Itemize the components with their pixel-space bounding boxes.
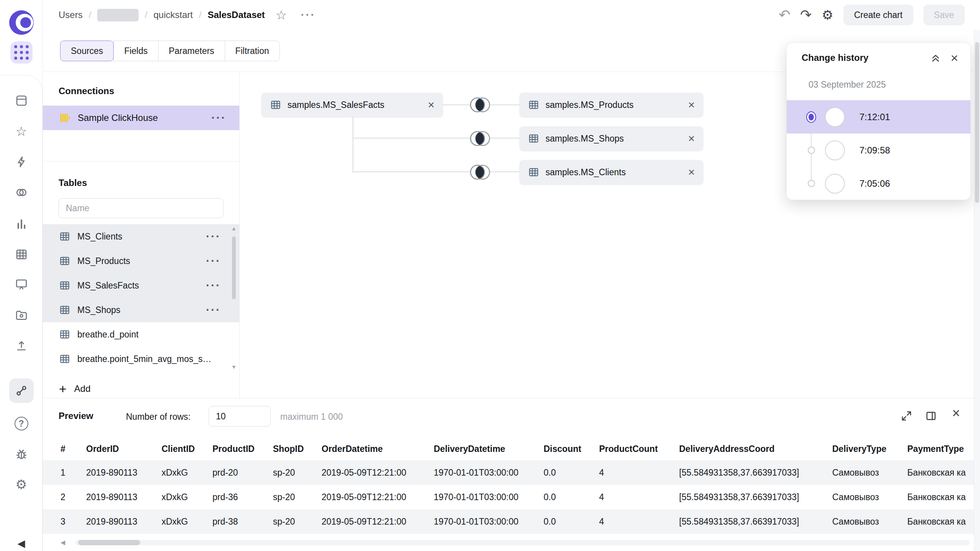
table-node[interactable]: samples.MS_Shops×: [519, 126, 703, 151]
collapse-all-icon[interactable]: [930, 52, 941, 64]
help-icon[interactable]: ?: [13, 415, 30, 432]
table-list-item[interactable]: MS_Clients···: [43, 224, 239, 249]
open-in-window-icon[interactable]: [925, 410, 937, 422]
gear-icon[interactable]: ⚙: [13, 476, 30, 493]
radio-icon[interactable]: [806, 145, 816, 155]
table-name: breathe.point_5min_avg_mos_s…: [77, 354, 211, 364]
expand-icon[interactable]: [900, 410, 913, 422]
table-list-item[interactable]: breathe.point_5min_avg_mos_s…: [43, 347, 239, 371]
history-time: 7:05:06: [859, 178, 890, 189]
collapse-rail-icon[interactable]: ◀: [13, 535, 30, 551]
create-chart-button[interactable]: Create chart: [843, 5, 913, 25]
upload-icon[interactable]: [13, 337, 30, 354]
lightning-icon[interactable]: [13, 153, 30, 170]
close-icon[interactable]: ×: [952, 407, 960, 419]
table-list-item[interactable]: MS_Shops···: [43, 298, 239, 322]
scroll-left-icon[interactable]: ◀: [60, 540, 65, 546]
join-connector-line: [353, 117, 353, 173]
more-options-icon[interactable]: ···: [301, 9, 315, 21]
more-icon[interactable]: ···: [206, 279, 221, 292]
cell: sp-20: [273, 485, 322, 509]
cell: sp-20: [273, 509, 322, 534]
connection-item[interactable]: Sample ClickHouse ···: [43, 106, 239, 130]
tables-scrollbar[interactable]: ▲ ▼: [231, 226, 237, 370]
cell: xDxkG: [162, 460, 212, 485]
table-icon: [59, 329, 70, 340]
more-icon[interactable]: ···: [206, 303, 221, 316]
root-table-node[interactable]: samples.MS_SalesFacts ×: [261, 93, 443, 117]
collections-icon[interactable]: [13, 92, 30, 109]
history-avatar: [825, 107, 845, 127]
tab-sources[interactable]: Sources: [60, 41, 114, 61]
add-table-button[interactable]: + Add: [59, 378, 91, 399]
apps-grid-icon[interactable]: [10, 41, 33, 64]
close-icon[interactable]: ×: [428, 98, 434, 111]
tab-filtration[interactable]: Filtration: [225, 41, 280, 61]
scroll-up-icon[interactable]: ▲: [231, 226, 237, 231]
more-icon[interactable]: ···: [211, 111, 226, 124]
max-hint: maximum 1 000: [280, 412, 343, 422]
scrollbar-thumb[interactable]: [975, 42, 979, 203]
column-header: ShopID: [273, 438, 322, 460]
close-icon[interactable]: ×: [688, 98, 695, 111]
cell: 4: [599, 460, 679, 485]
close-icon[interactable]: ×: [688, 132, 695, 145]
scrollbar-thumb[interactable]: [232, 236, 236, 299]
table-icon: [528, 99, 539, 111]
table-node-label: samples.MS_Products: [546, 100, 683, 110]
star-icon[interactable]: ☆: [13, 123, 30, 140]
tab-parameters[interactable]: Parameters: [158, 41, 225, 61]
preview-body: 12019-890113xDxkGprd-20sp-202019-05-09T1…: [43, 460, 980, 534]
undo-icon[interactable]: ↶: [779, 8, 790, 22]
datalens-logo[interactable]: [9, 10, 34, 35]
horizontal-scrollbar[interactable]: ◀: [43, 538, 980, 547]
favorite-star-icon[interactable]: ☆: [276, 9, 287, 21]
table-list-item[interactable]: breathe.d_point: [43, 322, 239, 347]
radio-icon[interactable]: [806, 179, 816, 189]
table-node[interactable]: samples.MS_Clients×: [519, 160, 703, 184]
settings-gear-icon[interactable]: ⚙: [822, 8, 833, 21]
monitor-icon[interactable]: [13, 276, 30, 293]
column-header: Discount: [544, 438, 599, 460]
inner-join-icon[interactable]: [466, 129, 495, 148]
vertical-scrollbar[interactable]: [974, 30, 980, 551]
preview-title: Preview: [59, 411, 93, 421]
connections-icon[interactable]: [9, 378, 34, 403]
cell: prd-38: [212, 509, 273, 534]
redo-icon[interactable]: ↷: [800, 8, 812, 22]
tab-fields[interactable]: Fields: [113, 41, 158, 61]
history-entry[interactable]: 7:05:06: [787, 167, 970, 200]
grid-table-icon[interactable]: [13, 246, 30, 263]
more-icon[interactable]: ···: [206, 254, 221, 267]
table-list-item[interactable]: MS_Products···: [43, 249, 239, 273]
scrollbar-thumb[interactable]: [78, 540, 140, 545]
rows-input[interactable]: [209, 406, 271, 427]
breadcrumb-item-quickstart[interactable]: quickstart: [154, 10, 193, 20]
collapse-arrow-glyph: ◀: [18, 538, 25, 548]
save-button[interactable]: Save: [923, 5, 965, 25]
inner-join-icon[interactable]: [466, 163, 495, 182]
cell: 1: [60, 460, 86, 485]
history-entry[interactable]: 7:12:01: [787, 100, 970, 134]
more-icon[interactable]: ···: [206, 230, 221, 243]
plus-icon: +: [59, 382, 67, 395]
table-list-item[interactable]: MS_SalesFacts···: [43, 273, 239, 298]
divider: [43, 161, 239, 161]
table-search-input[interactable]: [59, 198, 224, 218]
inner-join-icon[interactable]: [466, 95, 495, 114]
folder-icon[interactable]: [13, 306, 30, 323]
breadcrumb-item-users[interactable]: Users: [59, 10, 83, 20]
close-icon[interactable]: ×: [951, 52, 958, 63]
scroll-down-icon[interactable]: ▼: [231, 364, 237, 370]
rings-icon[interactable]: [13, 184, 30, 201]
cell: 0.0: [544, 460, 599, 485]
history-entry[interactable]: 7:09:58: [787, 134, 970, 167]
left-rail: ☆ ? ⚙ ◀: [0, 0, 43, 551]
bar-chart-icon[interactable]: [13, 215, 30, 232]
close-icon[interactable]: ×: [688, 166, 695, 179]
scrollbar-track[interactable]: [75, 540, 970, 545]
bug-icon[interactable]: [13, 446, 30, 463]
breadcrumb-item-redacted[interactable]: [97, 9, 139, 21]
table-node[interactable]: samples.MS_Products×: [519, 93, 703, 117]
radio-icon[interactable]: [806, 112, 816, 122]
